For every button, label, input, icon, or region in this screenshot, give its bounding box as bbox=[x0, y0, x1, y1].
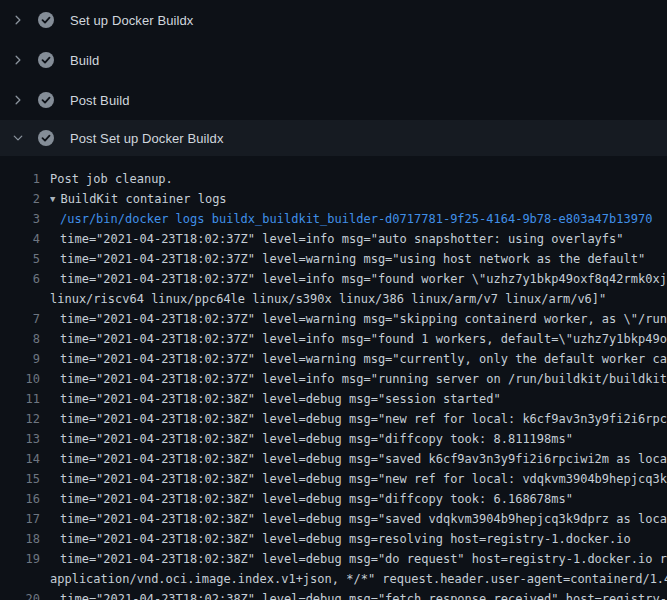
line-number[interactable]: 15 bbox=[0, 469, 40, 489]
chevron-right-icon bbox=[10, 92, 26, 108]
chevron-right-icon bbox=[10, 52, 26, 68]
log-line: 15time="2021-04-23T18:02:38Z" level=debu… bbox=[0, 469, 667, 489]
log-text: time="2021-04-23T18:02:37Z" level=info m… bbox=[60, 329, 667, 349]
log-text: linux/riscv64 linux/ppc64le linux/s390x … bbox=[50, 289, 606, 309]
log-text: time="2021-04-23T18:02:38Z" level=debug … bbox=[60, 489, 573, 509]
log-line: 13time="2021-04-23T18:02:38Z" level=debu… bbox=[0, 429, 667, 449]
step-row-build[interactable]: Build bbox=[0, 40, 667, 80]
log-line: 3/usr/bin/docker logs buildx_buildkit_bu… bbox=[0, 209, 667, 229]
log-text: time="2021-04-23T18:02:38Z" level=debug … bbox=[60, 409, 667, 429]
log-line: 12time="2021-04-23T18:02:38Z" level=debu… bbox=[0, 409, 667, 429]
line-number[interactable]: 9 bbox=[0, 349, 40, 369]
log-text: time="2021-04-23T18:02:38Z" level=debug … bbox=[60, 449, 667, 469]
step-list: Set up Docker Buildx Build Post Build Po… bbox=[0, 0, 667, 156]
line-number[interactable]: 3 bbox=[0, 209, 40, 229]
log-line: 19time="2021-04-23T18:02:38Z" level=debu… bbox=[0, 549, 667, 569]
log-text: time="2021-04-23T18:02:38Z" level=debug … bbox=[60, 589, 667, 600]
step-label: Build bbox=[70, 53, 99, 68]
log-line: 1Post job cleanup. bbox=[0, 169, 667, 189]
log-line: 5time="2021-04-23T18:02:37Z" level=warni… bbox=[0, 249, 667, 269]
log-line: 18time="2021-04-23T18:02:38Z" level=debu… bbox=[0, 529, 667, 549]
line-number[interactable]: 2 bbox=[0, 189, 40, 209]
log-text: time="2021-04-23T18:02:37Z" level=warnin… bbox=[60, 349, 667, 369]
log-text: time="2021-04-23T18:02:37Z" level=info m… bbox=[60, 369, 667, 389]
step-label: Post Set up Docker Buildx bbox=[70, 131, 224, 146]
log-viewer: 1Post job cleanup.2▼BuildKit container l… bbox=[0, 156, 667, 600]
line-number[interactable]: 10 bbox=[0, 369, 40, 389]
log-group-toggle[interactable]: BuildKit container logs bbox=[60, 192, 226, 206]
check-circle-icon bbox=[38, 92, 54, 108]
log-text: time="2021-04-23T18:02:37Z" level=warnin… bbox=[60, 249, 645, 269]
log-text: application/vnd.oci.image.index.v1+json,… bbox=[50, 569, 667, 589]
step-label: Set up Docker Buildx bbox=[70, 13, 193, 28]
line-number[interactable]: 5 bbox=[0, 249, 40, 269]
line-number[interactable]: 6 bbox=[0, 269, 40, 289]
line-number[interactable]: 18 bbox=[0, 529, 40, 549]
check-circle-icon bbox=[38, 12, 54, 28]
log-line: 8time="2021-04-23T18:02:37Z" level=info … bbox=[0, 329, 667, 349]
log-line: 10time="2021-04-23T18:02:37Z" level=info… bbox=[0, 369, 667, 389]
log-line: 17time="2021-04-23T18:02:38Z" level=debu… bbox=[0, 509, 667, 529]
log-text: time="2021-04-23T18:02:37Z" level=info m… bbox=[60, 229, 624, 249]
log-line: application/vnd.oci.image.index.v1+json,… bbox=[0, 569, 667, 589]
log-text: time="2021-04-23T18:02:38Z" level=debug … bbox=[60, 469, 667, 489]
log-text: time="2021-04-23T18:02:37Z" level=info m… bbox=[60, 269, 667, 289]
line-number[interactable]: 7 bbox=[0, 309, 40, 329]
log-line: linux/riscv64 linux/ppc64le linux/s390x … bbox=[0, 289, 667, 309]
log-line: 14time="2021-04-23T18:02:38Z" level=debu… bbox=[0, 449, 667, 469]
triangle-down-icon: ▼ bbox=[50, 189, 55, 209]
step-label: Post Build bbox=[70, 93, 130, 108]
log-text: time="2021-04-23T18:02:38Z" level=debug … bbox=[60, 529, 631, 549]
line-number[interactable]: 14 bbox=[0, 449, 40, 469]
log-line: 20time="2021-04-23T18:02:38Z" level=debu… bbox=[0, 589, 667, 600]
log-text: time="2021-04-23T18:02:38Z" level=debug … bbox=[60, 549, 667, 569]
log-text: Post job cleanup. bbox=[50, 169, 173, 189]
log-line: 11time="2021-04-23T18:02:38Z" level=debu… bbox=[0, 389, 667, 409]
line-number[interactable]: 13 bbox=[0, 429, 40, 449]
log-text: time="2021-04-23T18:02:38Z" level=debug … bbox=[60, 509, 667, 529]
line-number[interactable]: 1 bbox=[0, 169, 40, 189]
line-number[interactable]: 20 bbox=[0, 589, 40, 600]
check-circle-icon bbox=[38, 130, 54, 146]
line-number bbox=[0, 569, 40, 589]
line-number[interactable]: 8 bbox=[0, 329, 40, 349]
log-line: 7time="2021-04-23T18:02:37Z" level=warni… bbox=[0, 309, 667, 329]
line-number[interactable]: 19 bbox=[0, 549, 40, 569]
log-line: 2▼BuildKit container logs bbox=[0, 189, 667, 209]
chevron-down-icon bbox=[10, 130, 26, 146]
step-row-post-setup-docker-buildx[interactable]: Post Set up Docker Buildx bbox=[0, 120, 667, 156]
step-row-post-build[interactable]: Post Build bbox=[0, 80, 667, 120]
log-command-text: /usr/bin/docker logs buildx_buildkit_bui… bbox=[60, 209, 652, 229]
check-circle-icon bbox=[38, 52, 54, 68]
log-line: 16time="2021-04-23T18:02:38Z" level=debu… bbox=[0, 489, 667, 509]
line-number[interactable]: 16 bbox=[0, 489, 40, 509]
line-number[interactable]: 4 bbox=[0, 229, 40, 249]
line-number[interactable]: 11 bbox=[0, 389, 40, 409]
step-row-setup-docker-buildx[interactable]: Set up Docker Buildx bbox=[0, 0, 667, 40]
log-line: 9time="2021-04-23T18:02:37Z" level=warni… bbox=[0, 349, 667, 369]
line-number[interactable]: 17 bbox=[0, 509, 40, 529]
chevron-right-icon bbox=[10, 12, 26, 28]
log-text: time="2021-04-23T18:02:38Z" level=debug … bbox=[60, 389, 501, 409]
log-line: 4time="2021-04-23T18:02:37Z" level=info … bbox=[0, 229, 667, 249]
line-number[interactable]: 12 bbox=[0, 409, 40, 429]
log-text: time="2021-04-23T18:02:38Z" level=debug … bbox=[60, 429, 573, 449]
log-text: time="2021-04-23T18:02:37Z" level=warnin… bbox=[60, 309, 667, 329]
log-group-row: ▼BuildKit container logs bbox=[50, 189, 227, 209]
log-line: 6time="2021-04-23T18:02:37Z" level=info … bbox=[0, 269, 667, 289]
line-number bbox=[0, 289, 40, 309]
